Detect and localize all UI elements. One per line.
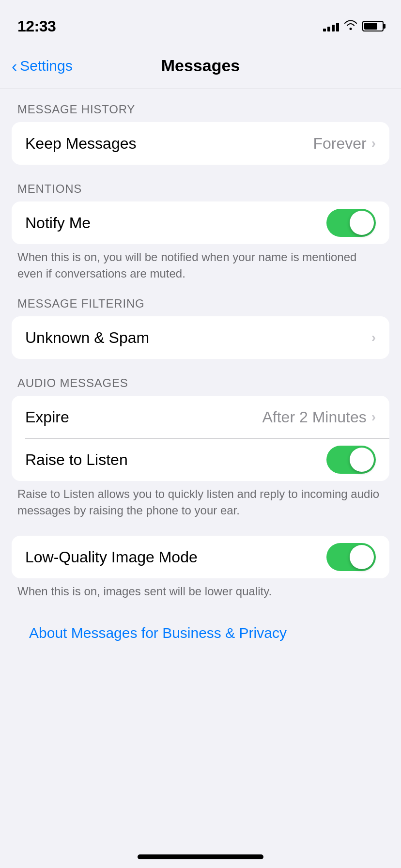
signal-bar-3 [332,25,335,31]
audio-messages-card: Expire After 2 Minutes › Raise to Listen [12,396,389,481]
wifi-icon [344,19,357,33]
unknown-spam-item[interactable]: Unknown & Spam › [12,316,389,359]
toggle-knob-2 [350,448,374,472]
message-history-section: MESSAGE HISTORY Keep Messages Forever › [0,103,401,165]
mentions-section: MENTIONS Notify Me When this is on, you … [0,182,401,359]
unknown-spam-label: Unknown & Spam [25,329,149,347]
audio-messages-header: AUDIO MESSAGES [0,376,401,396]
low-quality-label: Low-Quality Image Mode [25,548,198,566]
notify-me-label: Notify Me [25,214,91,232]
status-icons [323,19,384,33]
audio-messages-footer: Raise to Listen allows you to quickly li… [0,481,401,518]
settings-content: MESSAGE HISTORY Keep Messages Forever › … [0,89,401,663]
expire-value-group: After 2 Minutes › [262,408,376,426]
keep-messages-value: Forever [313,135,366,153]
low-quality-section: Low-Quality Image Mode When this is on, … [0,536,401,600]
signal-bar-2 [327,27,330,31]
home-indicator [138,854,263,859]
back-button[interactable]: ‹ Settings [12,58,73,74]
message-filtering-header: MESSAGE FILTERING [0,297,401,316]
mentions-header: MENTIONS [0,182,401,202]
status-time: 12:33 [17,17,56,35]
raise-to-listen-item: Raise to Listen [12,438,389,481]
keep-messages-value-group: Forever › [313,135,376,153]
notify-me-toggle[interactable] [326,209,376,237]
chevron-right-icon: › [371,136,376,151]
expire-label: Expire [25,408,69,426]
audio-messages-section: AUDIO MESSAGES Expire After 2 Minutes › … [0,376,401,518]
chevron-left-icon: ‹ [12,58,17,74]
message-filtering-card: Unknown & Spam › [12,316,389,359]
battery-fill [364,23,377,30]
notify-me-item: Notify Me [12,202,389,244]
low-quality-card: Low-Quality Image Mode [12,536,389,578]
keep-messages-item[interactable]: Keep Messages Forever › [12,122,389,165]
page-title: Messages [161,56,240,75]
status-bar: 12:33 [0,0,401,43]
chevron-right-icon-2: › [371,330,376,345]
signal-bar-1 [323,29,326,31]
unknown-spam-value-group: › [371,330,376,345]
back-label: Settings [20,58,72,74]
battery-icon [362,21,384,31]
mentions-card: Notify Me [12,202,389,244]
keep-messages-label: Keep Messages [25,135,136,153]
chevron-right-icon-3: › [371,409,376,425]
low-quality-item: Low-Quality Image Mode [12,536,389,578]
signal-icon [323,21,339,31]
toggle-knob [350,211,374,235]
raise-to-listen-toggle[interactable] [326,446,376,474]
message-history-card: Keep Messages Forever › [12,122,389,165]
expire-item[interactable]: Expire After 2 Minutes › [12,396,389,438]
signal-bar-4 [336,23,339,31]
expire-value: After 2 Minutes [262,408,366,426]
mentions-footer: When this is on, you will be notified wh… [0,244,401,281]
low-quality-footer: When this is on, images sent will be low… [0,578,401,600]
about-link[interactable]: About Messages for Business & Privacy [12,617,389,649]
toggle-knob-3 [350,545,374,569]
low-quality-toggle[interactable] [326,543,376,571]
raise-to-listen-label: Raise to Listen [25,451,128,469]
message-history-header: MESSAGE HISTORY [0,103,401,122]
nav-bar: ‹ Settings Messages [0,43,401,89]
